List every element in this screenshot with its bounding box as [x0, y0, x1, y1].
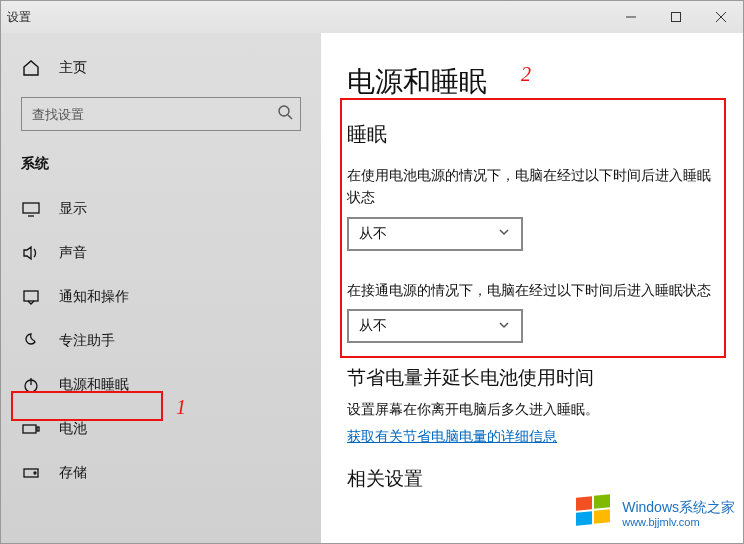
sidebar-item-label: 存储 [59, 464, 87, 482]
chevron-down-icon [497, 225, 511, 242]
minimize-button[interactable] [608, 1, 653, 33]
maximize-button[interactable] [653, 1, 698, 33]
sidebar-item-notifications[interactable]: 通知和操作 [1, 275, 321, 319]
svg-rect-1 [671, 13, 680, 22]
home-icon [21, 59, 41, 77]
save-power-heading: 节省电量并延长电池使用时间 [347, 365, 719, 391]
sidebar-item-label: 显示 [59, 200, 87, 218]
notifications-icon [21, 288, 41, 306]
battery-sleep-select[interactable]: 从不 [347, 217, 523, 251]
home-nav[interactable]: 主页 [1, 49, 321, 97]
sleep-section: 睡眠 在使用电池电源的情况下，电脑在经过以下时间后进入睡眠状态 从不 在接通电源… [347, 121, 719, 343]
windows-logo-icon [576, 495, 614, 533]
plugged-sleep-value: 从不 [359, 317, 387, 335]
sidebar-item-label: 电池 [59, 420, 87, 438]
window-controls [608, 1, 743, 33]
close-button[interactable] [698, 1, 743, 33]
save-power-desc: 设置屏幕在你离开电脑后多久进入睡眠。 [347, 401, 719, 419]
battery-sleep-value: 从不 [359, 225, 387, 243]
window-title: 设置 [7, 9, 31, 26]
sound-icon [21, 244, 41, 262]
search-input[interactable] [21, 97, 301, 131]
watermark-title: Windows系统之家 [622, 500, 735, 515]
sleep-heading: 睡眠 [347, 121, 719, 148]
sidebar-item-display[interactable]: 显示 [1, 187, 321, 231]
chevron-down-icon [497, 318, 511, 335]
storage-icon [21, 464, 41, 482]
svg-point-14 [34, 472, 36, 474]
focus-icon [21, 332, 41, 350]
home-label: 主页 [59, 59, 87, 77]
svg-rect-8 [24, 291, 38, 301]
sidebar-item-label: 电源和睡眠 [59, 376, 129, 394]
sidebar: 主页 系统 显示 声音 [1, 33, 321, 543]
save-power-link[interactable]: 获取有关节省电脑电量的详细信息 [347, 428, 557, 444]
svg-line-5 [288, 115, 292, 119]
titlebar: 设置 [1, 1, 743, 33]
sidebar-item-label: 专注助手 [59, 332, 115, 350]
related-section: 相关设置 [347, 466, 719, 492]
sidebar-item-storage[interactable]: 存储 [1, 451, 321, 495]
sidebar-item-focus[interactable]: 专注助手 [1, 319, 321, 363]
power-icon [21, 376, 41, 394]
plugged-sleep-select[interactable]: 从不 [347, 309, 523, 343]
related-heading: 相关设置 [347, 466, 719, 492]
svg-rect-12 [37, 427, 39, 431]
search-field[interactable] [21, 97, 301, 131]
sidebar-item-label: 声音 [59, 244, 87, 262]
svg-point-4 [279, 106, 289, 116]
battery-sleep-desc: 在使用电池电源的情况下，电脑在经过以下时间后进入睡眠状态 [347, 164, 719, 209]
svg-rect-11 [23, 425, 36, 433]
plugged-sleep-desc: 在接通电源的情况下，电脑在经过以下时间后进入睡眠状态 [347, 279, 719, 301]
sidebar-item-label: 通知和操作 [59, 288, 129, 306]
content-pane: 电源和睡眠 睡眠 在使用电池电源的情况下，电脑在经过以下时间后进入睡眠状态 从不… [321, 33, 743, 543]
save-power-section: 节省电量并延长电池使用时间 设置屏幕在你离开电脑后多久进入睡眠。 获取有关节省电… [347, 365, 719, 446]
sidebar-item-battery[interactable]: 电池 [1, 407, 321, 451]
sidebar-item-power[interactable]: 电源和睡眠 [1, 363, 321, 407]
watermark: Windows系统之家 www.bjjmlv.com [576, 495, 735, 533]
page-title: 电源和睡眠 [347, 63, 719, 101]
sidebar-nav: 显示 声音 通知和操作 专注助手 电源和睡眠 [1, 187, 321, 495]
display-icon [21, 200, 41, 218]
battery-icon [21, 420, 41, 438]
search-icon [277, 104, 293, 124]
watermark-url: www.bjjmlv.com [622, 516, 735, 528]
svg-rect-6 [23, 203, 39, 213]
sidebar-section-title: 系统 [1, 149, 321, 187]
sidebar-item-sound[interactable]: 声音 [1, 231, 321, 275]
